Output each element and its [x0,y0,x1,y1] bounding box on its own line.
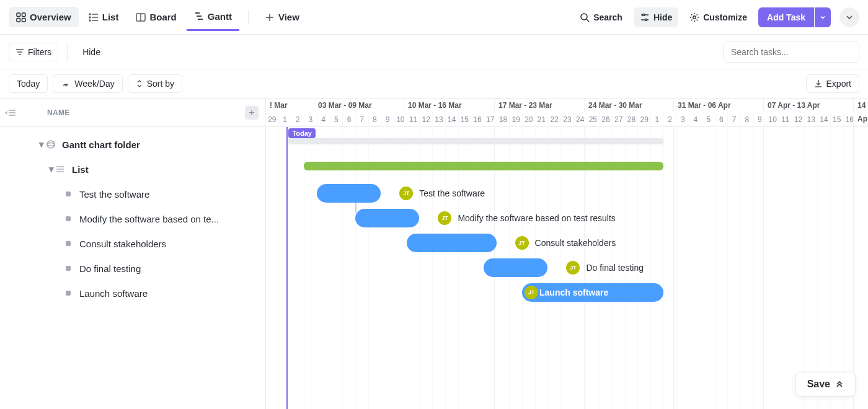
day-label: 11 [407,112,420,127]
task-status-icon [66,291,71,296]
day-label: 25 [587,112,600,127]
day-label: 21 [535,112,548,127]
gantt-main: NAME + ▾ Gantt chart folder ▾ List Test … [0,98,868,409]
timeline-header: ! Mar03 Mar - 09 Mar10 Mar - 16 Mar17 Ma… [265,99,868,127]
collapse-sidebar-icon[interactable] [5,108,16,117]
svg-point-17 [581,14,587,20]
day-label: 26 [599,112,612,127]
day-label: 14 [445,112,458,127]
day-label: 24 [574,112,587,127]
tab-label: Overview [30,12,71,22]
tab-label: Gantt [208,11,232,22]
gantt-controls-left: Today Week/Day Sort by [9,74,182,93]
day-label: 2 [291,112,304,127]
bar-label-group: JTConsult stakeholders [515,236,616,250]
day-label: 20 [522,112,535,127]
tree-task[interactable]: Modify the software based on te... [0,206,265,231]
tree-folder[interactable]: ▾ Gantt chart folder [0,132,265,157]
gantt-bar[interactable]: JTLaunch software [522,283,663,302]
day-label: 29 [637,112,650,127]
tab-add-view[interactable]: View [257,7,307,27]
day-label: 10 [394,112,407,127]
add-column-button[interactable]: + [245,106,259,120]
hide-button[interactable]: Hide [634,7,678,27]
svg-rect-3 [22,18,26,22]
sort-button[interactable]: Sort by [128,74,182,93]
caret-down-icon[interactable]: ▾ [47,164,56,175]
gantt-bar[interactable] [407,234,497,252]
day-label: 6 [715,112,728,127]
gantt-timeline[interactable]: ! Mar03 Mar - 09 Mar10 Mar - 16 Mar17 Ma… [265,98,868,409]
add-task-dropdown[interactable] [815,7,831,27]
day-label: 14 [817,112,830,127]
day-label: 8 [368,112,381,127]
svg-rect-0 [17,13,20,17]
day-label: 19 [509,112,522,127]
week-label: 07 Apr - 13 Apr [763,99,820,112]
day-label: 27 [612,112,625,127]
svg-point-22 [645,19,647,20]
bar-label-group: JTDo final testing [566,261,644,275]
gantt-bar[interactable] [484,258,548,277]
bar-label-group: JTModify the software based on test resu… [438,211,615,225]
week-label: 24 Mar - 30 Mar [584,99,642,112]
svg-point-23 [693,15,696,18]
week-label: 31 Mar - 06 Apr [673,99,731,112]
sort-icon [136,79,143,88]
summary-bar[interactable] [304,162,663,170]
svg-point-9 [89,20,91,21]
task-label: Do final testing [79,263,141,274]
day-label: 5 [702,112,715,127]
task-status-icon [66,241,71,246]
tree-list[interactable]: ▾ List [0,157,265,182]
bar-label: Do final testing [586,263,644,273]
svg-rect-1 [22,13,26,17]
export-label: Export [826,79,851,89]
gantt-bar[interactable] [355,209,420,227]
customize-button[interactable]: Customize [683,7,753,27]
gantt-control-bar: Today Week/Day Sort by Export [0,69,868,98]
today-button[interactable]: Today [9,74,48,93]
board-icon [136,12,146,22]
add-task-button[interactable]: Add Task [758,7,814,27]
search-input[interactable] [723,42,859,63]
save-button[interactable]: Save [795,372,856,397]
tree-task[interactable]: Do final testing [0,256,265,281]
day-label: 15 [458,112,471,127]
day-label: 4 [689,112,702,127]
search-button[interactable]: Search [574,7,629,27]
tree-task[interactable]: Launch software [0,281,265,306]
tree-task[interactable]: Test the software [0,182,265,206]
task-label: Test the software [79,189,149,200]
svg-point-34 [47,141,55,148]
add-task-label: Add Task [767,12,805,22]
more-menu-button[interactable] [839,7,859,27]
today-line [286,127,288,409]
tab-gantt[interactable]: Gantt [187,4,239,31]
tab-label: Board [149,12,176,22]
filters-button[interactable]: Filters [9,43,58,61]
day-label: 23 [560,112,574,127]
day-label: 1 [650,112,663,127]
week-label: 14 Ap [853,99,868,112]
zoom-button[interactable]: Week/Day [53,74,122,93]
search-icon [580,12,590,22]
hide-label: Hide [82,47,100,57]
day-label: 16 [843,112,856,127]
day-label: 8 [740,112,753,127]
caret-down-icon[interactable]: ▾ [37,139,46,150]
export-button[interactable]: Export [806,74,859,93]
day-label: 28 [625,112,638,127]
task-sidebar: NAME + ▾ Gantt chart folder ▾ List Test … [0,98,265,409]
tab-list[interactable]: List [81,7,126,27]
bar-label-group: JTTest the software [399,187,485,200]
hide-toggle[interactable]: Hide [76,43,107,61]
day-label: 13 [804,112,817,127]
tree-task[interactable]: Consult stakeholders [0,231,265,256]
tab-board[interactable]: Board [128,7,184,27]
task-status-icon [66,191,71,196]
sort-label: Sort by [147,79,174,89]
svg-point-7 [89,14,91,15]
gantt-bar[interactable] [317,184,381,203]
tab-overview[interactable]: Overview [9,7,79,27]
